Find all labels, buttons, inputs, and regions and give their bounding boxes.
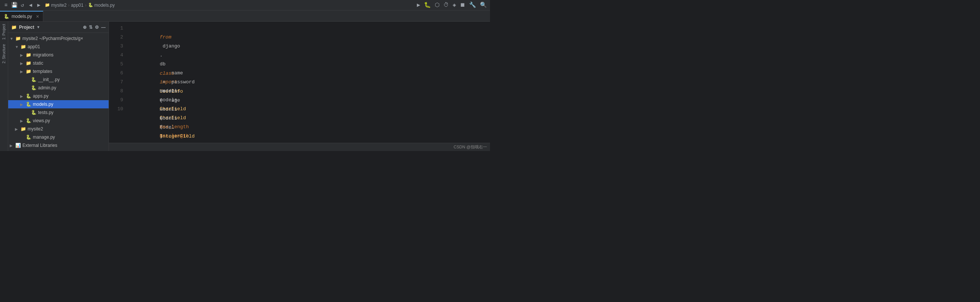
run-button[interactable]: ▶	[417, 2, 420, 9]
arrow-mysite2-pkg: ▶	[15, 127, 20, 131]
eq-age: =	[160, 107, 168, 112]
settings-button[interactable]: 🔧	[469, 2, 476, 9]
fold-icon-7[interactable]: ◁	[160, 89, 162, 93]
folder-icon-mysite2: 📁	[15, 35, 21, 42]
python-icon-views: 🐍	[25, 118, 31, 124]
tree-label-ext-libs: External Libraries	[22, 143, 107, 148]
sidebar-dropdown-icon[interactable]: ▼	[37, 25, 40, 29]
coverage-button[interactable]: ⬡	[435, 2, 440, 9]
kw-space1: django	[160, 43, 180, 49]
debug-button[interactable]: 🐛	[424, 2, 431, 9]
tree-label-mysite2-pkg: mysite2	[28, 126, 107, 131]
tree-item-apps[interactable]: ▶ 🐍 apps.py	[8, 92, 108, 100]
arrow-migrations: ▶	[20, 53, 25, 57]
tree-label-tests: tests.py	[38, 110, 107, 115]
tree-label-static: static	[33, 61, 107, 66]
line-num-9: 9	[109, 96, 123, 105]
python-icon-manage: 🐍	[25, 134, 31, 140]
tree-item-models[interactable]: ▶ 🐍 models.py	[8, 100, 108, 109]
tree-item-templates[interactable]: ▶ 📁 templates	[8, 67, 108, 75]
dot-age: .	[160, 125, 163, 130]
ext-libs-icon: 📊	[15, 142, 21, 149]
arrow-mysite2: ▼	[10, 37, 15, 41]
tree-label-views: views.py	[33, 118, 107, 123]
tree-item-admin[interactable]: 🐍 admin.py	[8, 84, 108, 92]
settings-sidebar-icon[interactable]: ⚙	[95, 25, 99, 30]
forward-icon[interactable]: ▶	[36, 2, 42, 8]
line-num-4: 4	[109, 51, 123, 60]
sidebar: 📁 Project ▼ ⊕ ⇅ ⚙ — ▼ 📁 mysite2 ~/Pychar…	[8, 22, 109, 151]
tab-models-py[interactable]: 🐍 models.py ✕	[0, 11, 43, 21]
save-icon[interactable]: 💾	[11, 2, 17, 8]
python-icon-admin: 🐍	[30, 85, 37, 91]
tree-item-scratches[interactable]: ▶ ✏ Scratches and Consoles	[8, 150, 108, 151]
file-icon: 🐍	[88, 3, 93, 8]
breadcrumb-sep1: ›	[68, 3, 69, 8]
kw-dot1: .	[160, 52, 163, 58]
tree-item-init[interactable]: 🐍 __init__.py	[8, 75, 108, 84]
code-line-5: name = models . CharField ( max_length =…	[130, 60, 487, 69]
breadcrumb: 📁 mysite2 › app01 › 🐍 models.py	[45, 3, 115, 8]
title-bar: ≡ 💾 ↺ ◀ ▶ 📁 mysite2 › app01 › 🐍 models.p…	[0, 0, 490, 10]
arrow-models: ▶	[20, 102, 25, 107]
tree-label-app01: app01	[28, 44, 107, 50]
refresh-icon[interactable]: ↺	[19, 2, 25, 8]
sidebar-header: 📁 Project ▼ ⊕ ⇅ ⚙ —	[8, 22, 108, 33]
line-num-2: 2	[109, 33, 123, 42]
main-layout: 1: Project 2: Structure 📁 Project ▼ ⊕ ⇅ …	[0, 22, 490, 151]
folder-icon-templates: 📁	[25, 69, 31, 74]
python-icon-tests: 🐍	[30, 110, 37, 115]
tree-item-ext-libs[interactable]: ▶ 📊 External Libraries	[8, 141, 108, 150]
sidebar-title: Project	[19, 25, 34, 30]
close-sidebar-icon[interactable]: —	[101, 25, 106, 30]
tree-item-migrations[interactable]: ▶ 📁 migrations	[8, 51, 108, 59]
left-tab-project[interactable]: 1: Project	[2, 22, 6, 42]
tab-label: models.py	[11, 14, 32, 19]
tree-label-manage: manage.py	[33, 134, 107, 140]
python-icon-models: 🐍	[25, 101, 31, 107]
tree-item-mysite2-root[interactable]: ▼ 📁 mysite2 ~/PycharmProjects/g×	[8, 34, 108, 43]
sync-icon[interactable]: ⇅	[89, 25, 92, 30]
profile-button[interactable]: ⏱	[443, 2, 449, 9]
code-area[interactable]: from django . db import models ▽ class	[127, 23, 490, 141]
tree-label-mysite2: mysite2 ~/PycharmProjects/g×	[22, 36, 107, 41]
arrow-views: ▶	[20, 119, 25, 123]
tree-item-tests[interactable]: 🐍 tests.py	[8, 109, 108, 117]
editor: 1 2 3 4 5 6 7 8 9 10 from django . db	[109, 22, 490, 151]
left-tab-structure[interactable]: 2: Structure	[2, 42, 6, 66]
tab-close-button[interactable]: ✕	[36, 14, 39, 19]
tree-item-static[interactable]: ▶ 📁 static	[8, 59, 108, 67]
line-num-3: 3	[109, 42, 123, 51]
breadcrumb-file[interactable]: 🐍 models.py	[88, 3, 115, 8]
tab-file-icon: 🐍	[4, 14, 10, 19]
tree-label-migrations: migrations	[33, 52, 107, 58]
editor-content[interactable]: 1 2 3 4 5 6 7 8 9 10 from django . db	[109, 22, 490, 143]
code-line-8	[130, 87, 487, 96]
breadcrumb-sep2: ›	[85, 3, 87, 8]
line-num-5: 5	[109, 60, 123, 69]
tree-item-manage[interactable]: 🐍 manage.py	[8, 133, 108, 141]
watermark-text: CSDN @指哦右一	[454, 144, 487, 150]
line-num-6: 6	[109, 69, 123, 78]
breadcrumb-project[interactable]: 📁 mysite2	[45, 3, 67, 8]
title-bar-icons: ≡ 💾 ↺ ◀ ▶	[3, 2, 42, 8]
stop-button[interactable]: ⏹	[460, 2, 465, 9]
concurrency-button[interactable]: ◈	[453, 2, 456, 9]
indent-pass: password	[160, 79, 195, 85]
tree-label-admin: admin.py	[38, 85, 107, 91]
breadcrumb-app01[interactable]: app01	[71, 3, 83, 8]
tree-item-app01[interactable]: ▼ 📁 app01	[8, 43, 108, 51]
add-icon[interactable]: ⊕	[83, 25, 87, 30]
kw-from: from	[160, 34, 171, 40]
code-line-4: ▽ class UserInfo ( models . Model ) :	[130, 51, 487, 60]
back-icon[interactable]: ◀	[28, 2, 33, 8]
menu-icon[interactable]: ≡	[3, 2, 9, 8]
tree-item-views[interactable]: ▶ 🐍 views.py	[8, 117, 108, 125]
fold-icon-4[interactable]: ▽	[160, 62, 162, 67]
code-line-3	[130, 42, 487, 51]
tab-bar: 🐍 models.py ✕	[0, 10, 490, 22]
code-line-1: from django . db import models	[130, 24, 487, 33]
search-button[interactable]: 🔍	[480, 2, 487, 9]
tree-item-mysite2-pkg[interactable]: ▶ 📁 mysite2	[8, 125, 108, 133]
arrow-app01: ▼	[15, 45, 20, 49]
